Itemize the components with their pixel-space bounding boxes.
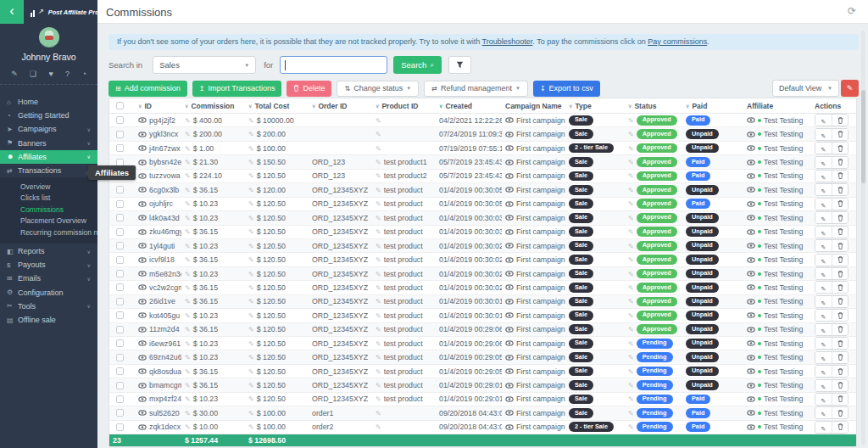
- column-header-campaign-name[interactable]: Campaign Name: [502, 102, 565, 110]
- eye-icon[interactable]: [505, 243, 514, 249]
- eye-icon[interactable]: [747, 312, 755, 318]
- edit-row-button[interactable]: [815, 407, 832, 418]
- edit-row-button[interactable]: [815, 268, 832, 279]
- select-all-checkbox[interactable]: [116, 102, 124, 109]
- table-row[interactable]: mxp4zf24 $ 10.23 $ 120.50 ORD_12345XYZ t…: [109, 393, 856, 406]
- edit-row-button[interactable]: [815, 184, 832, 195]
- edit-row-button[interactable]: [815, 129, 832, 140]
- eye-icon[interactable]: [138, 368, 147, 374]
- row-checkbox[interactable]: [116, 242, 124, 249]
- edit-icon[interactable]: [248, 283, 254, 292]
- edit-row-button[interactable]: [815, 324, 832, 335]
- eye-icon[interactable]: [505, 355, 514, 361]
- search-in-select[interactable]: Sales ▼: [153, 56, 256, 74]
- refund-management-dropdown[interactable]: ⇄ Refund management ▼: [424, 81, 528, 97]
- row-checkbox[interactable]: [116, 186, 124, 193]
- edit-icon[interactable]: [248, 116, 254, 125]
- delete-row-button[interactable]: [832, 268, 848, 279]
- eye-icon[interactable]: [138, 117, 147, 123]
- edit-icon[interactable]: [628, 186, 634, 194]
- delete-row-button[interactable]: [832, 296, 848, 307]
- change-status-dropdown[interactable]: ⇅ Change status ▼: [337, 81, 419, 97]
- edit-icon[interactable]: [628, 270, 634, 278]
- edit-icon[interactable]: [376, 171, 381, 180]
- edit-icon[interactable]: [248, 325, 254, 333]
- edit-icon[interactable]: [376, 423, 381, 431]
- edit-icon[interactable]: [185, 297, 191, 305]
- edit-icon[interactable]: [376, 325, 381, 333]
- eye-icon[interactable]: [138, 396, 147, 402]
- eye-icon[interactable]: [747, 229, 755, 235]
- eye-icon[interactable]: [138, 243, 147, 249]
- add-commission-button[interactable]: ⊞ Add commission: [108, 81, 187, 97]
- eye-icon[interactable]: [747, 355, 755, 361]
- delete-row-button[interactable]: [832, 310, 848, 321]
- edit-icon[interactable]: [185, 199, 191, 208]
- table-row[interactable]: bmamcgm6 $ 36.15 $ 120.50 ORD_12345XYZ t…: [109, 378, 856, 392]
- eye-icon[interactable]: [747, 284, 755, 290]
- eye-icon[interactable]: [138, 132, 147, 137]
- edit-row-button[interactable]: [815, 212, 832, 223]
- table-row[interactable]: kot405gu $ 10.23 $ 120.50 ORD_12345XYZ t…: [109, 309, 856, 322]
- sidebar-item-configuration[interactable]: ⚙ Configuration: [0, 286, 97, 300]
- eye-icon[interactable]: [505, 299, 514, 305]
- edit-icon[interactable]: [248, 242, 254, 250]
- eye-icon[interactable]: [505, 132, 514, 137]
- edit-icon[interactable]: [376, 339, 381, 348]
- table-row[interactable]: 6cg0x3lb $ 36.15 $ 120.00 ORD_12345XYZ t…: [109, 183, 856, 197]
- edit-icon[interactable]: [628, 199, 634, 208]
- edit-icon[interactable]: [185, 242, 191, 250]
- column-header-commission[interactable]: ∨ Commission: [181, 102, 245, 110]
- submenu-item-placement-overview[interactable]: Placement Overview: [0, 216, 97, 227]
- edit-icon[interactable]: [628, 214, 634, 222]
- delete-row-button[interactable]: [832, 157, 848, 168]
- edit-icon[interactable]: [376, 227, 381, 236]
- eye-icon[interactable]: [747, 383, 755, 389]
- column-header-paid[interactable]: ∨ Paid: [682, 102, 743, 110]
- edit-row-button[interactable]: [815, 310, 832, 321]
- edit-icon[interactable]: [628, 242, 634, 250]
- edit-icon[interactable]: [628, 381, 634, 389]
- edit-icon[interactable]: [376, 255, 381, 264]
- delete-row-button[interactable]: [832, 407, 848, 418]
- eye-icon[interactable]: [747, 410, 755, 416]
- row-checkbox[interactable]: [116, 395, 124, 403]
- edit-row-button[interactable]: [815, 171, 832, 182]
- eye-icon[interactable]: [747, 340, 755, 346]
- eye-icon[interactable]: [505, 368, 514, 374]
- edit-icon[interactable]: [248, 255, 254, 264]
- edit-icon[interactable]: [185, 116, 191, 125]
- eye-icon[interactable]: [138, 215, 147, 221]
- edit-icon[interactable]: [185, 311, 191, 320]
- eye-icon[interactable]: [747, 187, 755, 193]
- delete-row-button[interactable]: [832, 282, 848, 293]
- edit-icon[interactable]: [248, 158, 254, 166]
- eye-icon[interactable]: [747, 424, 755, 430]
- edit-icon[interactable]: [376, 270, 381, 278]
- eye-icon[interactable]: [138, 340, 147, 346]
- edit-icon[interactable]: [628, 116, 634, 125]
- edit-icon[interactable]: [248, 297, 254, 305]
- edit-icon[interactable]: [248, 395, 254, 403]
- table-row[interactable]: 1yl4guti $ 10.23 $ 120.50 ORD_12345XYZ t…: [109, 239, 856, 253]
- delete-row-button[interactable]: [832, 212, 848, 223]
- column-header-type[interactable]: ∨ Type: [565, 102, 625, 110]
- edit-icon[interactable]: [376, 158, 381, 166]
- sidebar-item-tools[interactable]: ✂ Tools ∨: [0, 300, 97, 313]
- edit-row-button[interactable]: [815, 199, 832, 210]
- edit-row-button[interactable]: [815, 366, 832, 377]
- eye-icon[interactable]: [505, 145, 514, 151]
- eye-icon[interactable]: [747, 201, 755, 207]
- edit-icon[interactable]: [376, 367, 381, 376]
- sort-icon[interactable]: ∨: [628, 103, 632, 109]
- edit-icon[interactable]: [628, 409, 634, 417]
- row-checkbox[interactable]: [116, 382, 124, 389]
- edit-icon[interactable]: [376, 353, 381, 361]
- export-csv-button[interactable]: ↧ Export to csv: [533, 81, 600, 97]
- edit-icon[interactable]: [248, 381, 254, 389]
- table-row[interactable]: i6ewz961 $ 10.23 $ 120.50 ORD_12345XYZ t…: [109, 337, 856, 350]
- edit-icon[interactable]: [248, 186, 254, 194]
- edit-icon[interactable]: [628, 144, 634, 153]
- edit-icon[interactable]: [628, 158, 634, 166]
- table-row[interactable]: 69zn42u6 $ 10.23 $ 120.50 ORD_12345XYZ t…: [109, 350, 856, 364]
